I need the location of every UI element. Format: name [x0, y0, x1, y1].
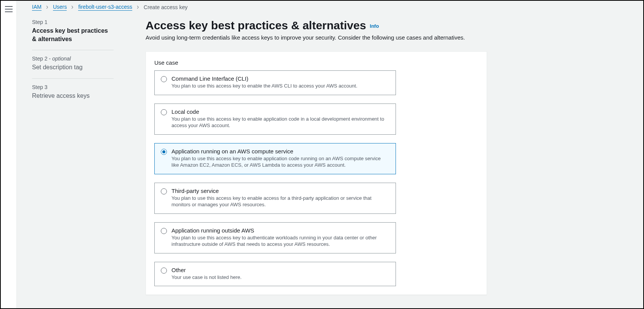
option-title: Command Line Interface (CLI): [171, 75, 389, 82]
radio-icon[interactable]: [161, 228, 167, 234]
chevron-right-icon: [70, 5, 74, 9]
wizard-steps: Step 1 Access key best practices & alter…: [32, 19, 114, 295]
breadcrumb-current: Create access key: [144, 4, 187, 10]
step-title: Set description tag: [32, 63, 114, 72]
option-third-party[interactable]: Third-party service You plan to use this…: [154, 183, 396, 214]
page-description: Avoid using long-term credentials like a…: [146, 34, 628, 41]
option-title: Application running on an AWS compute se…: [171, 148, 389, 154]
step-title: Access key best practices & alternatives: [32, 27, 114, 43]
radio-icon[interactable]: [161, 268, 167, 274]
option-aws-compute[interactable]: Application running on an AWS compute se…: [154, 143, 396, 174]
breadcrumb-iam[interactable]: IAM: [32, 4, 42, 11]
left-rail: [1, 1, 17, 308]
page-title: Access key best practices & alternatives: [146, 19, 366, 32]
option-title: Local code: [171, 108, 389, 115]
breadcrumb-users[interactable]: Users: [53, 4, 67, 11]
option-title: Other: [171, 267, 389, 273]
radio-icon[interactable]: [161, 109, 167, 115]
option-other[interactable]: Other Your use case is not listed here.: [154, 262, 396, 287]
step-number: Step 2 - optional: [32, 56, 114, 62]
step-number: Step 1: [32, 19, 114, 25]
chevron-right-icon: [136, 5, 140, 9]
chevron-right-icon: [45, 5, 49, 9]
breadcrumb: IAM Users firebolt-user-s3-access Create…: [32, 3, 628, 11]
radio-icon[interactable]: [161, 76, 167, 82]
info-link[interactable]: Info: [370, 23, 379, 29]
wizard-step-1[interactable]: Step 1 Access key best practices & alter…: [32, 19, 114, 50]
step-number: Step 3: [32, 84, 114, 90]
option-local-code[interactable]: Local code You plan to use this access k…: [154, 104, 396, 135]
wizard-step-2[interactable]: Step 2 - optional Set description tag: [32, 56, 114, 79]
main-panel: Access key best practices & alternatives…: [146, 19, 628, 295]
menu-toggle-icon[interactable]: [5, 6, 13, 12]
option-title: Third-party service: [171, 188, 389, 194]
option-desc: You plan to use this access key to enabl…: [171, 83, 389, 89]
option-desc: Your use case is not listed here.: [171, 274, 389, 281]
panel-label: Use case: [154, 59, 478, 66]
main-content: IAM Users firebolt-user-s3-access Create…: [17, 1, 643, 308]
option-desc: You plan to use this access key to enabl…: [171, 195, 389, 208]
option-cli[interactable]: Command Line Interface (CLI) You plan to…: [154, 70, 396, 95]
option-desc: You plan to use this access key to authe…: [171, 234, 389, 248]
option-desc: You plan to use this access key to enabl…: [171, 155, 389, 169]
option-outside-aws[interactable]: Application running outside AWS You plan…: [154, 222, 396, 253]
step-title: Retrieve access keys: [32, 92, 114, 100]
breadcrumb-user[interactable]: firebolt-user-s3-access: [78, 4, 132, 11]
option-desc: You plan to use this access key to enabl…: [171, 116, 389, 129]
wizard-step-3[interactable]: Step 3 Retrieve access keys: [32, 84, 114, 107]
use-case-panel: Use case Command Line Interface (CLI) Yo…: [146, 51, 487, 295]
radio-icon[interactable]: [161, 188, 167, 194]
option-title: Application running outside AWS: [171, 227, 389, 234]
radio-icon[interactable]: [161, 149, 167, 155]
use-case-options: Command Line Interface (CLI) You plan to…: [154, 70, 478, 286]
